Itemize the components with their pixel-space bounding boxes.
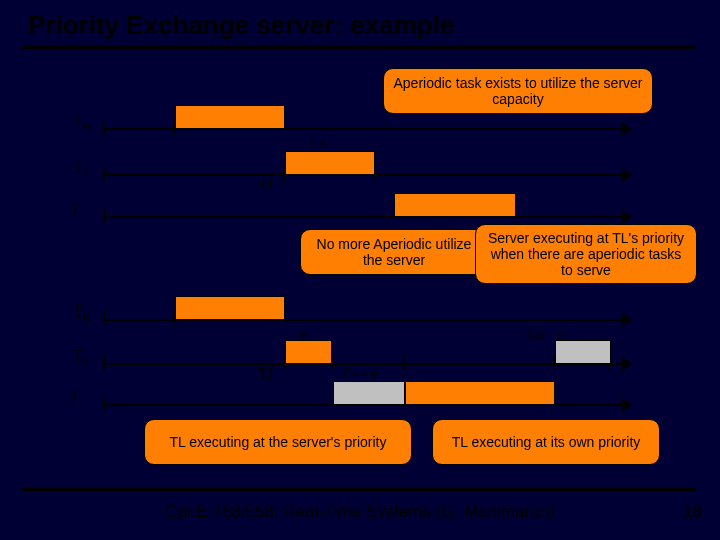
bar-th-2 (175, 296, 285, 320)
callout-bottom-left: TL executing at the server's priority (144, 419, 412, 465)
title-rule (22, 46, 696, 49)
row-label-tl-2: TL (70, 388, 87, 408)
label-cs-e-1: Cs - e (528, 326, 563, 343)
bar-tl-2 (405, 381, 555, 405)
bar-tl-1 (394, 193, 516, 217)
callout-mid-right: Server executing at TL's priority when t… (475, 224, 697, 284)
callout-top-right: Aperiodic task exists to utilize the ser… (383, 68, 653, 114)
callout-mid-left: No more Aperiodic utilize the server (300, 229, 488, 275)
page-number: 18 (683, 502, 702, 522)
bar-ts-1 (285, 151, 375, 175)
label-tf-2: Tf (258, 365, 273, 383)
row-label-tl-1: TL (70, 200, 87, 220)
bar-tl-cs-e (333, 381, 405, 405)
row-label-th-1: TH (73, 112, 91, 132)
bar-ts-e (285, 340, 332, 364)
row-label-th-2: TH (73, 303, 91, 323)
footer-rule (22, 488, 696, 491)
bar-ts-cs-e (555, 340, 611, 364)
bar-th-1 (175, 105, 285, 129)
footer-text: Cpr.E 458/558: Real-Time Systems (G. Man… (0, 502, 720, 522)
label-e: e (300, 325, 307, 343)
row-label-ts-2: TS (73, 347, 89, 367)
label-tf-1: Tf (258, 176, 273, 194)
callout-bottom-right: TL executing at its own priority (432, 419, 660, 465)
axis-tl-1 (103, 216, 623, 218)
label-cs-e-2: Cs - e (343, 365, 378, 382)
row-label-ts-1: TS (73, 158, 89, 178)
slide-title: Priority Exchange server: example (28, 10, 454, 41)
label-cs-1: Cs (310, 134, 327, 152)
